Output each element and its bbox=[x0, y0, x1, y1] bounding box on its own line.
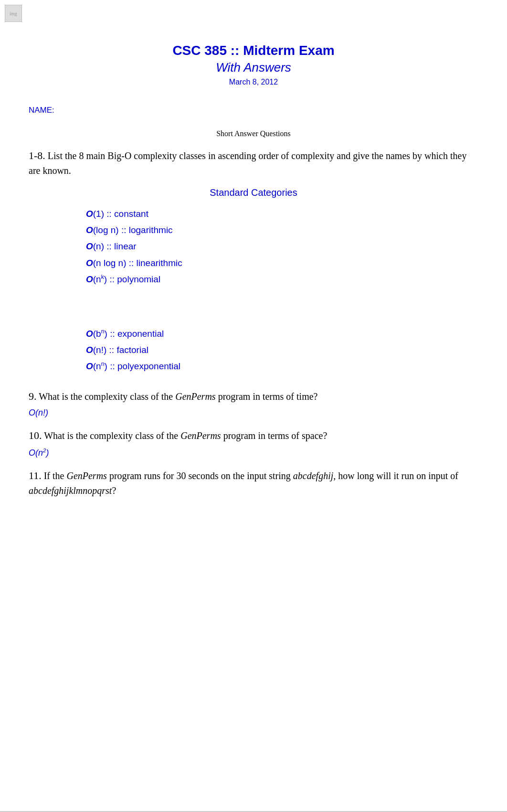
page: img CSC 385 :: Midterm Exam With Answers… bbox=[0, 0, 507, 812]
question-10: 10. What is the complexity class of the … bbox=[29, 427, 478, 458]
question-11: 11. If the GenPerms program runs for 30 … bbox=[29, 468, 478, 498]
complexity-item-6: O(bn) :: exponential bbox=[86, 326, 478, 342]
question-11-text: 11. If the GenPerms program runs for 30 … bbox=[29, 468, 478, 498]
spacer-1 bbox=[29, 288, 478, 326]
question-1-8-number: 1-8. bbox=[29, 150, 45, 161]
complexity-item-8: O(nn) :: polyexponential bbox=[86, 358, 478, 374]
question-9-text: 9. What is the complexity class of the G… bbox=[29, 388, 478, 404]
complexity-item-5: O(nk) :: polynomial bbox=[86, 271, 478, 288]
categories-title: Standard Categories bbox=[29, 187, 478, 198]
logo: img bbox=[5, 5, 22, 22]
question-10-answer: O(n2) bbox=[29, 447, 478, 458]
question-9-number: 9. bbox=[29, 390, 37, 402]
complexity-item-1: O(1) :: constant bbox=[86, 206, 478, 222]
question-9-answer: O(n!) bbox=[29, 408, 478, 418]
question-11-number: 11. bbox=[29, 470, 42, 481]
complexity-list-1: O(1) :: constant O(log n) :: logarithmic… bbox=[86, 206, 478, 288]
complexity-item-7: O(n!) :: factorial bbox=[86, 342, 478, 358]
complexity-item-2: O(log n) :: logarithmic bbox=[86, 222, 478, 238]
question-9: 9. What is the complexity class of the G… bbox=[29, 388, 478, 418]
name-label: NAME: bbox=[29, 106, 478, 115]
exam-date: March 8, 2012 bbox=[29, 78, 478, 86]
complexity-item-4: O(n log n) :: linearithmic bbox=[86, 255, 478, 271]
exam-title: CSC 385 :: Midterm Exam bbox=[29, 43, 478, 58]
exam-subtitle: With Answers bbox=[29, 60, 478, 75]
question-10-text: 10. What is the complexity class of the … bbox=[29, 427, 478, 443]
section-label: Short Answer Questions bbox=[29, 129, 478, 138]
header: CSC 385 :: Midterm Exam With Answers Mar… bbox=[29, 43, 478, 86]
question-1-8: 1-8. List the 8 main Big-O complexity cl… bbox=[29, 148, 478, 178]
complexity-item-3: O(n) :: linear bbox=[86, 238, 478, 255]
complexity-list-2: O(bn) :: exponential O(n!) :: factorial … bbox=[86, 326, 478, 375]
question-1-8-text: 1-8. List the 8 main Big-O complexity cl… bbox=[29, 148, 478, 178]
question-10-number: 10. bbox=[29, 429, 42, 441]
